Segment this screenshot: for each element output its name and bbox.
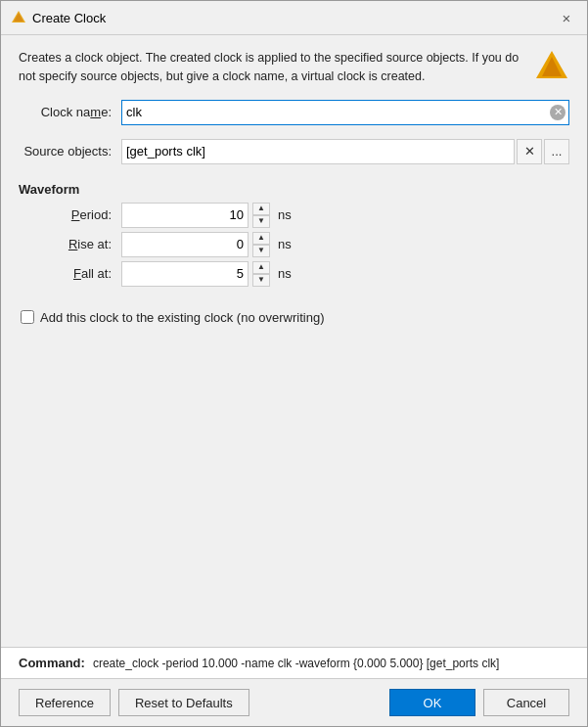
dialog-title: Create Clock xyxy=(32,11,106,25)
fall-spinbox: ▲ ▼ ns xyxy=(121,261,292,287)
period-input[interactable] xyxy=(121,203,249,228)
dialog-content: Creates a clock object. The created cloc… xyxy=(1,35,587,647)
fall-spin-buttons: ▲ ▼ xyxy=(252,261,270,287)
button-bar: Reference Reset to Defaults OK Cancel xyxy=(1,679,587,726)
clock-name-row: Clock name: ✕ xyxy=(19,100,569,125)
cancel-button[interactable]: Cancel xyxy=(483,689,569,716)
rise-spinbox: ▲ ▼ ns xyxy=(121,232,292,257)
period-label: Period: xyxy=(19,207,121,222)
checkbox-row: Add this clock to the existing clock (no… xyxy=(21,310,569,325)
close-button[interactable]: × xyxy=(556,7,577,28)
rise-input[interactable] xyxy=(121,232,249,257)
clock-name-clear-button[interactable]: ✕ xyxy=(550,105,565,120)
source-objects-browse-button[interactable]: ... xyxy=(544,139,569,164)
dialog: Create Clock × Creates a clock object. T… xyxy=(0,0,588,727)
period-spinbox: ▲ ▼ ns xyxy=(121,203,292,228)
checkbox-label: Add this clock to the existing clock (no… xyxy=(40,310,324,325)
rise-spin-up[interactable]: ▲ xyxy=(252,232,270,245)
rise-spin-buttons: ▲ ▼ xyxy=(252,232,270,257)
rise-label: Rise at: xyxy=(19,237,121,251)
app-icon xyxy=(11,10,26,25)
description-text: Creates a clock object. The created cloc… xyxy=(19,49,524,86)
rise-unit: ns xyxy=(278,237,292,251)
source-objects-label: Source objects: xyxy=(19,144,121,159)
waveform-header: Waveform xyxy=(19,182,569,197)
period-row: Period: ▲ ▼ ns xyxy=(19,203,569,228)
source-objects-input[interactable] xyxy=(121,139,515,164)
command-label: Command: xyxy=(19,656,85,670)
fall-label: Fall at: xyxy=(19,266,121,281)
rise-spin-down[interactable]: ▼ xyxy=(252,245,270,257)
command-text: create_clock -period 10.000 -name clk -w… xyxy=(93,657,500,670)
reset-defaults-button[interactable]: Reset to Defaults xyxy=(118,689,249,716)
waveform-section: Waveform Period: ▲ ▼ ns Rise at: xyxy=(19,178,569,291)
clock-name-input[interactable] xyxy=(121,100,569,125)
period-spin-up[interactable]: ▲ xyxy=(252,203,270,215)
source-objects-clear-button[interactable]: ✕ xyxy=(517,139,542,164)
fall-input[interactable] xyxy=(121,261,249,287)
command-bar: Command: create_clock -period 10.000 -na… xyxy=(1,647,587,679)
add-clock-checkbox[interactable] xyxy=(21,310,34,324)
period-spin-down[interactable]: ▼ xyxy=(252,215,270,228)
spacer xyxy=(19,335,569,640)
period-unit: ns xyxy=(278,207,292,222)
rise-row: Rise at: ▲ ▼ ns xyxy=(19,232,569,257)
period-spin-buttons: ▲ ▼ xyxy=(252,203,270,228)
brand-logo xyxy=(534,49,569,84)
fall-spin-down[interactable]: ▼ xyxy=(252,274,270,287)
reference-button[interactable]: Reference xyxy=(19,689,111,716)
source-objects-input-wrapper: ✕ ... xyxy=(121,139,569,164)
clock-name-input-wrapper: ✕ xyxy=(121,100,569,125)
fall-row: Fall at: ▲ ▼ ns xyxy=(19,261,569,287)
ok-button[interactable]: OK xyxy=(389,689,475,716)
fall-unit: ns xyxy=(278,266,292,281)
clock-name-label: Clock name: xyxy=(19,105,121,119)
fall-spin-up[interactable]: ▲ xyxy=(252,261,270,274)
title-bar: Create Clock × xyxy=(1,1,587,35)
title-bar-left: Create Clock xyxy=(11,10,106,25)
source-objects-row: Source objects: ✕ ... xyxy=(19,139,569,164)
